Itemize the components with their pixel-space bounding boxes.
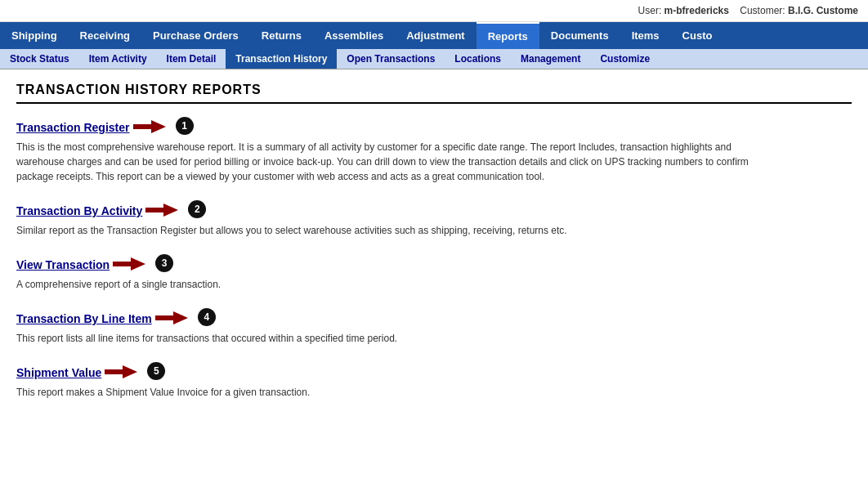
report-link-4[interactable]: Transaction By Line Item: [16, 312, 152, 325]
sub-nav-item-item-activity[interactable]: Item Activity: [79, 49, 157, 69]
report-description-4: This report lists all line items for tra…: [16, 331, 752, 346]
report-link-3[interactable]: View Transaction: [16, 258, 110, 271]
sub-nav: Stock StatusItem ActivityItem DetailTran…: [0, 49, 868, 69]
report-link-5[interactable]: Shipment Value: [16, 366, 101, 379]
report-item-1: Transaction Register 1This is the most c…: [16, 119, 852, 184]
arrow-icon-4: [155, 311, 188, 328]
report-description-2: Similar report as the Transaction Regist…: [16, 223, 752, 238]
sub-nav-item-open-transactions[interactable]: Open Transactions: [337, 49, 445, 69]
main-nav-item-purchase-orders[interactable]: Purchase Orders: [141, 23, 250, 48]
main-nav-item-receiving[interactable]: Receiving: [69, 23, 141, 48]
report-item-3: View Transaction 3A comprehensive report…: [16, 256, 852, 292]
svg-marker-1: [145, 204, 178, 217]
report-description-1: This is the most comprehensive warehouse…: [16, 140, 752, 184]
content-area: Transaction History Reports Transaction …: [0, 69, 868, 431]
badge-5: 5: [147, 362, 165, 380]
page-title: Transaction History Reports: [16, 83, 852, 104]
sub-nav-item-item-detail[interactable]: Item Detail: [157, 49, 226, 69]
main-nav-item-returns[interactable]: Returns: [250, 23, 313, 48]
sub-nav-item-transaction-history[interactable]: Transaction History: [226, 49, 337, 69]
badge-4: 4: [198, 308, 216, 326]
arrow-icon-2: [145, 203, 178, 220]
customer-label: Customer:: [740, 5, 785, 16]
sub-nav-item-customize[interactable]: Customize: [590, 49, 660, 69]
sub-nav-item-stock-status[interactable]: Stock Status: [0, 49, 79, 69]
badge-1: 1: [176, 117, 194, 135]
badge-3: 3: [155, 254, 173, 272]
main-nav-item-shipping[interactable]: Shipping: [0, 23, 69, 48]
report-item-4: Transaction By Line Item 4This report li…: [16, 310, 852, 346]
sub-nav-item-management[interactable]: Management: [511, 49, 590, 69]
report-description-5: This report makes a Shipment Value Invoi…: [16, 385, 752, 400]
user-bar: User: m-bfredericks Customer: B.I.G. Cus…: [0, 0, 868, 22]
sub-nav-item-locations[interactable]: Locations: [445, 49, 511, 69]
badge-2: 2: [188, 200, 206, 218]
arrow-icon-3: [113, 257, 145, 274]
main-nav-item-adjustment[interactable]: Adjustment: [395, 23, 477, 48]
customer-name: B.I.G. Custome: [788, 5, 858, 16]
report-description-3: A comprehensive report of a single trans…: [16, 277, 752, 292]
report-link-2[interactable]: Transaction By Activity: [16, 204, 142, 217]
reports-list: Transaction Register 1This is the most c…: [16, 119, 852, 400]
svg-marker-4: [105, 365, 137, 378]
arrow-icon-5: [105, 365, 137, 382]
main-nav-item-documents[interactable]: Documents: [539, 23, 620, 48]
main-nav-item-assemblies[interactable]: Assemblies: [313, 23, 395, 48]
report-link-1[interactable]: Transaction Register: [16, 121, 130, 134]
main-nav-item-custo[interactable]: Custo: [671, 23, 724, 48]
user-label: User:: [638, 5, 662, 16]
main-nav: ShippingReceivingPurchase OrdersReturnsA…: [0, 22, 868, 49]
svg-marker-3: [155, 311, 188, 324]
main-nav-item-items[interactable]: Items: [620, 23, 671, 48]
svg-marker-2: [113, 257, 145, 271]
username: m-bfredericks: [664, 5, 729, 16]
main-nav-item-reports[interactable]: Reports: [477, 22, 539, 49]
svg-marker-0: [133, 120, 166, 133]
report-item-5: Shipment Value 5This report makes a Ship…: [16, 364, 852, 400]
report-item-2: Transaction By Activity 2Similar report …: [16, 202, 852, 238]
arrow-icon-1: [133, 119, 166, 136]
